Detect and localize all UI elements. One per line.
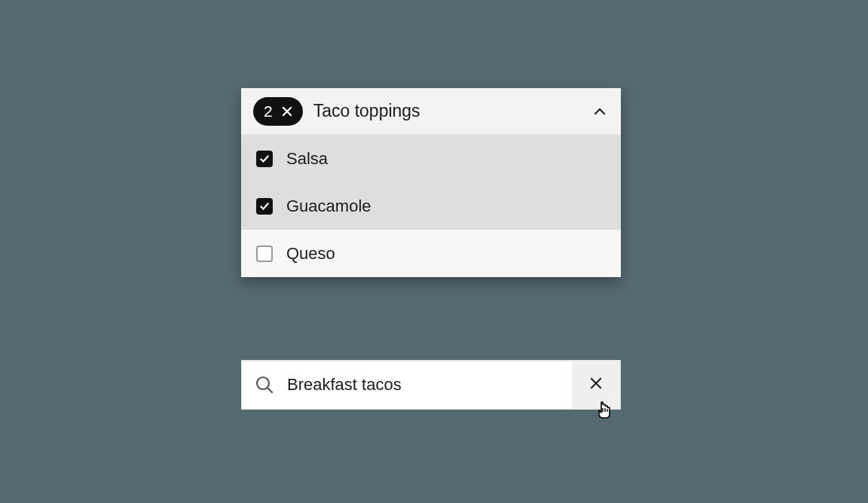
selection-count: 2 — [264, 102, 273, 120]
multiselect-header[interactable]: 2 Taco toppings — [241, 88, 621, 135]
multiselect-option[interactable]: Queso — [241, 230, 621, 277]
checkbox-icon — [256, 198, 273, 215]
checkbox-icon — [256, 245, 273, 262]
multiselect-option[interactable]: Salsa — [241, 135, 621, 182]
multiselect-options: Salsa Guacamole Queso — [241, 135, 621, 277]
selection-badge: 2 — [253, 97, 303, 126]
search-input[interactable]: Breakfast tacos — [241, 360, 621, 410]
option-label: Salsa — [286, 149, 328, 169]
search-icon — [242, 375, 287, 395]
multiselect-option[interactable]: Guacamole — [241, 182, 621, 230]
search-value: Breakfast tacos — [287, 375, 572, 395]
svg-line-1 — [267, 388, 272, 392]
close-icon — [589, 376, 603, 393]
multiselect-label: Taco toppings — [313, 101, 591, 121]
checkbox-icon — [256, 151, 273, 167]
option-label: Queso — [286, 244, 335, 264]
chevron-up-icon[interactable] — [591, 102, 609, 120]
multiselect-dropdown: 2 Taco toppings Salsa — [241, 88, 621, 277]
option-label: Guacamole — [286, 197, 371, 216]
clear-selection-icon[interactable] — [279, 103, 295, 120]
clear-search-button[interactable] — [572, 361, 620, 409]
